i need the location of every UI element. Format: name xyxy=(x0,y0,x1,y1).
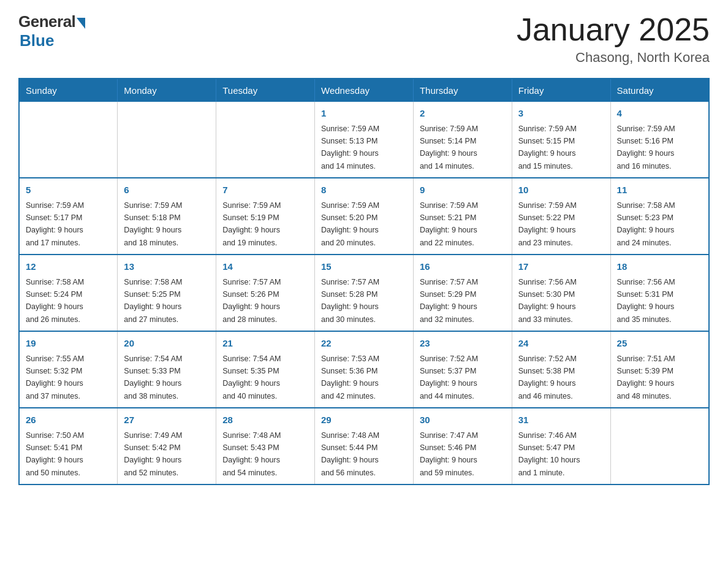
day-header-wednesday: Wednesday xyxy=(315,79,414,102)
day-header-thursday: Thursday xyxy=(413,79,512,102)
day-info: Sunrise: 7:57 AM Sunset: 5:29 PM Dayligh… xyxy=(420,278,478,324)
calendar-week-row: 19Sunrise: 7:55 AM Sunset: 5:32 PM Dayli… xyxy=(19,331,709,408)
title-section: January 2025 Chasong, North Korea xyxy=(517,12,710,66)
day-info: Sunrise: 7:59 AM Sunset: 5:15 PM Dayligh… xyxy=(518,124,577,170)
day-info: Sunrise: 7:52 AM Sunset: 5:38 PM Dayligh… xyxy=(518,354,577,400)
calendar-cell: 8Sunrise: 7:59 AM Sunset: 5:20 PM Daylig… xyxy=(315,178,414,255)
calendar-cell xyxy=(19,102,118,178)
calendar-header: SundayMondayTuesdayWednesdayThursdayFrid… xyxy=(19,79,709,102)
day-number: 9 xyxy=(420,183,506,197)
calendar-cell: 22Sunrise: 7:53 AM Sunset: 5:36 PM Dayli… xyxy=(315,331,414,408)
day-info: Sunrise: 7:51 AM Sunset: 5:39 PM Dayligh… xyxy=(617,354,675,400)
day-info: Sunrise: 7:59 AM Sunset: 5:19 PM Dayligh… xyxy=(222,201,281,247)
day-number: 8 xyxy=(321,183,407,197)
day-info: Sunrise: 7:59 AM Sunset: 5:21 PM Dayligh… xyxy=(420,201,478,247)
day-number: 7 xyxy=(222,183,308,197)
day-info: Sunrise: 7:59 AM Sunset: 5:22 PM Dayligh… xyxy=(518,201,577,247)
day-number: 29 xyxy=(321,413,407,427)
calendar-cell: 27Sunrise: 7:49 AM Sunset: 5:42 PM Dayli… xyxy=(118,408,216,484)
day-number: 21 xyxy=(222,337,308,351)
day-number: 16 xyxy=(420,260,506,274)
calendar-week-row: 12Sunrise: 7:58 AM Sunset: 5:24 PM Dayli… xyxy=(19,255,709,331)
day-number: 24 xyxy=(518,337,604,351)
calendar-cell: 26Sunrise: 7:50 AM Sunset: 5:41 PM Dayli… xyxy=(19,408,118,484)
day-number: 2 xyxy=(420,107,506,121)
day-number: 30 xyxy=(420,413,506,427)
calendar-cell: 4Sunrise: 7:59 AM Sunset: 5:16 PM Daylig… xyxy=(610,102,709,178)
day-number: 10 xyxy=(518,183,604,197)
day-number: 14 xyxy=(222,260,308,274)
calendar-cell: 3Sunrise: 7:59 AM Sunset: 5:15 PM Daylig… xyxy=(512,102,610,178)
day-info: Sunrise: 7:50 AM Sunset: 5:41 PM Dayligh… xyxy=(26,431,84,477)
calendar-cell: 24Sunrise: 7:52 AM Sunset: 5:38 PM Dayli… xyxy=(512,331,610,408)
calendar-week-row: 1Sunrise: 7:59 AM Sunset: 5:13 PM Daylig… xyxy=(19,102,709,178)
calendar-cell: 17Sunrise: 7:56 AM Sunset: 5:30 PM Dayli… xyxy=(512,255,610,331)
day-number: 1 xyxy=(321,107,407,121)
calendar-cell: 28Sunrise: 7:48 AM Sunset: 5:43 PM Dayli… xyxy=(216,408,315,484)
calendar-cell: 31Sunrise: 7:46 AM Sunset: 5:47 PM Dayli… xyxy=(512,408,610,484)
calendar-title: January 2025 xyxy=(517,12,710,47)
calendar-cell: 30Sunrise: 7:47 AM Sunset: 5:46 PM Dayli… xyxy=(413,408,512,484)
day-info: Sunrise: 7:59 AM Sunset: 5:17 PM Dayligh… xyxy=(26,201,84,247)
calendar-cell xyxy=(118,102,216,178)
day-info: Sunrise: 7:46 AM Sunset: 5:47 PM Dayligh… xyxy=(518,431,580,477)
day-number: 4 xyxy=(617,107,702,121)
day-number: 28 xyxy=(222,413,308,427)
logo-arrow-icon xyxy=(77,18,85,29)
day-info: Sunrise: 7:53 AM Sunset: 5:36 PM Dayligh… xyxy=(321,354,379,400)
day-number: 6 xyxy=(124,183,210,197)
logo-blue-text: Blue xyxy=(20,31,54,50)
day-info: Sunrise: 7:59 AM Sunset: 5:18 PM Dayligh… xyxy=(124,201,182,247)
calendar-cell: 11Sunrise: 7:58 AM Sunset: 5:23 PM Dayli… xyxy=(610,178,709,255)
day-number: 17 xyxy=(518,260,604,274)
calendar-cell: 10Sunrise: 7:59 AM Sunset: 5:22 PM Dayli… xyxy=(512,178,610,255)
calendar-cell: 9Sunrise: 7:59 AM Sunset: 5:21 PM Daylig… xyxy=(413,178,512,255)
day-info: Sunrise: 7:56 AM Sunset: 5:30 PM Dayligh… xyxy=(518,278,577,324)
day-info: Sunrise: 7:58 AM Sunset: 5:25 PM Dayligh… xyxy=(124,278,182,324)
day-info: Sunrise: 7:48 AM Sunset: 5:44 PM Dayligh… xyxy=(321,431,379,477)
day-number: 11 xyxy=(617,183,702,197)
day-number: 15 xyxy=(321,260,407,274)
day-number: 25 xyxy=(617,337,702,351)
calendar-cell: 20Sunrise: 7:54 AM Sunset: 5:33 PM Dayli… xyxy=(118,331,216,408)
calendar-cell xyxy=(610,408,709,484)
calendar-cell: 1Sunrise: 7:59 AM Sunset: 5:13 PM Daylig… xyxy=(315,102,414,178)
day-number: 3 xyxy=(518,107,604,121)
days-header-row: SundayMondayTuesdayWednesdayThursdayFrid… xyxy=(19,79,709,102)
calendar-cell: 5Sunrise: 7:59 AM Sunset: 5:17 PM Daylig… xyxy=(19,178,118,255)
day-info: Sunrise: 7:57 AM Sunset: 5:26 PM Dayligh… xyxy=(222,278,281,324)
calendar-cell: 18Sunrise: 7:56 AM Sunset: 5:31 PM Dayli… xyxy=(610,255,709,331)
calendar-cell: 25Sunrise: 7:51 AM Sunset: 5:39 PM Dayli… xyxy=(610,331,709,408)
calendar-table: SundayMondayTuesdayWednesdayThursdayFrid… xyxy=(18,78,710,485)
calendar-week-row: 26Sunrise: 7:50 AM Sunset: 5:41 PM Dayli… xyxy=(19,408,709,484)
calendar-cell: 19Sunrise: 7:55 AM Sunset: 5:32 PM Dayli… xyxy=(19,331,118,408)
day-number: 31 xyxy=(518,413,604,427)
day-header-sunday: Sunday xyxy=(19,79,118,102)
day-number: 5 xyxy=(26,183,111,197)
calendar-week-row: 5Sunrise: 7:59 AM Sunset: 5:17 PM Daylig… xyxy=(19,178,709,255)
day-info: Sunrise: 7:59 AM Sunset: 5:16 PM Dayligh… xyxy=(617,124,675,170)
day-info: Sunrise: 7:59 AM Sunset: 5:13 PM Dayligh… xyxy=(321,124,379,170)
calendar-cell: 13Sunrise: 7:58 AM Sunset: 5:25 PM Dayli… xyxy=(118,255,216,331)
calendar-cell: 14Sunrise: 7:57 AM Sunset: 5:26 PM Dayli… xyxy=(216,255,315,331)
day-header-friday: Friday xyxy=(512,79,610,102)
day-number: 23 xyxy=(420,337,506,351)
day-info: Sunrise: 7:48 AM Sunset: 5:43 PM Dayligh… xyxy=(222,431,281,477)
day-number: 13 xyxy=(124,260,210,274)
day-info: Sunrise: 7:52 AM Sunset: 5:37 PM Dayligh… xyxy=(420,354,478,400)
logo: General Blue xyxy=(18,12,85,50)
day-header-saturday: Saturday xyxy=(610,79,709,102)
calendar-cell: 2Sunrise: 7:59 AM Sunset: 5:14 PM Daylig… xyxy=(413,102,512,178)
day-number: 20 xyxy=(124,337,210,351)
calendar-cell: 6Sunrise: 7:59 AM Sunset: 5:18 PM Daylig… xyxy=(118,178,216,255)
day-info: Sunrise: 7:49 AM Sunset: 5:42 PM Dayligh… xyxy=(124,431,182,477)
day-number: 18 xyxy=(617,260,702,274)
day-number: 19 xyxy=(26,337,111,351)
logo-general-text: General xyxy=(18,12,75,31)
day-number: 12 xyxy=(26,260,111,274)
day-header-tuesday: Tuesday xyxy=(216,79,315,102)
calendar-cell: 29Sunrise: 7:48 AM Sunset: 5:44 PM Dayli… xyxy=(315,408,414,484)
day-info: Sunrise: 7:55 AM Sunset: 5:32 PM Dayligh… xyxy=(26,354,84,400)
calendar-cell: 12Sunrise: 7:58 AM Sunset: 5:24 PM Dayli… xyxy=(19,255,118,331)
calendar-cell xyxy=(216,102,315,178)
